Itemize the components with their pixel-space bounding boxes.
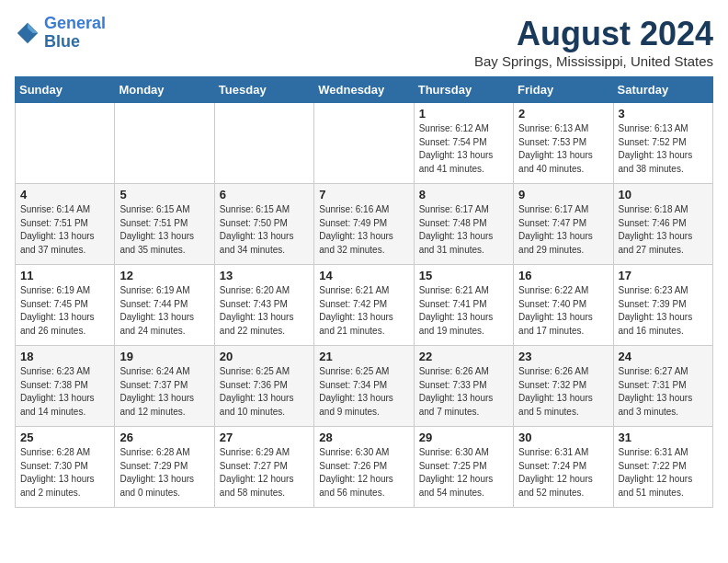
- day-info: Sunrise: 6:31 AMSunset: 7:24 PMDaylight:…: [518, 446, 608, 500]
- day-number: 10: [619, 188, 708, 201]
- calendar-cell: 26Sunrise: 6:28 AMSunset: 7:29 PMDayligh…: [115, 427, 214, 508]
- calendar-cell: 30Sunrise: 6:31 AMSunset: 7:24 PMDayligh…: [514, 427, 613, 508]
- day-info: Sunrise: 6:14 AMSunset: 7:51 PMDaylight:…: [20, 203, 109, 257]
- calendar-week-4: 18Sunrise: 6:23 AMSunset: 7:38 PMDayligh…: [16, 346, 713, 427]
- header-friday: Friday: [514, 77, 613, 103]
- day-number: 17: [619, 269, 708, 282]
- day-number: 27: [220, 431, 309, 444]
- calendar-cell: 8Sunrise: 6:17 AMSunset: 7:48 PMDaylight…: [414, 184, 513, 265]
- calendar-week-1: 1Sunrise: 6:12 AMSunset: 7:54 PMDaylight…: [16, 103, 713, 184]
- day-number: 6: [220, 188, 309, 201]
- calendar-cell: 7Sunrise: 6:16 AMSunset: 7:49 PMDaylight…: [314, 184, 414, 265]
- header-tuesday: Tuesday: [214, 77, 313, 103]
- calendar-cell: 6Sunrise: 6:15 AMSunset: 7:50 PMDaylight…: [214, 184, 313, 265]
- day-number: 8: [419, 188, 508, 201]
- day-info: Sunrise: 6:13 AMSunset: 7:52 PMDaylight:…: [619, 122, 708, 176]
- day-info: Sunrise: 6:15 AMSunset: 7:50 PMDaylight:…: [220, 203, 309, 257]
- calendar-table: SundayMondayTuesdayWednesdayThursdayFrid…: [15, 76, 713, 508]
- month-title: August 2024: [474, 15, 713, 53]
- calendar-week-5: 25Sunrise: 6:28 AMSunset: 7:30 PMDayligh…: [16, 427, 713, 508]
- calendar-cell: 19Sunrise: 6:24 AMSunset: 7:37 PMDayligh…: [115, 346, 214, 427]
- calendar-cell: 24Sunrise: 6:27 AMSunset: 7:31 PMDayligh…: [613, 346, 712, 427]
- day-info: Sunrise: 6:24 AMSunset: 7:37 PMDaylight:…: [119, 365, 209, 419]
- calendar-cell: [16, 103, 115, 184]
- calendar-cell: 10Sunrise: 6:18 AMSunset: 7:46 PMDayligh…: [613, 184, 712, 265]
- calendar-cell: 21Sunrise: 6:25 AMSunset: 7:34 PMDayligh…: [314, 346, 414, 427]
- day-number: 3: [619, 107, 708, 121]
- day-number: 5: [119, 188, 209, 201]
- day-number: 9: [518, 188, 608, 201]
- header-sunday: Sunday: [16, 77, 115, 103]
- calendar-cell: 13Sunrise: 6:20 AMSunset: 7:43 PMDayligh…: [214, 265, 313, 346]
- header-thursday: Thursday: [414, 77, 513, 103]
- day-info: Sunrise: 6:30 AMSunset: 7:25 PMDaylight:…: [419, 446, 508, 500]
- calendar-cell: 2Sunrise: 6:13 AMSunset: 7:53 PMDaylight…: [514, 103, 613, 184]
- calendar-cell: 11Sunrise: 6:19 AMSunset: 7:45 PMDayligh…: [16, 265, 115, 346]
- day-info: Sunrise: 6:28 AMSunset: 7:29 PMDaylight:…: [119, 446, 209, 500]
- calendar-cell: 18Sunrise: 6:23 AMSunset: 7:38 PMDayligh…: [16, 346, 115, 427]
- day-number: 4: [20, 188, 109, 201]
- day-info: Sunrise: 6:21 AMSunset: 7:42 PMDaylight:…: [319, 284, 408, 338]
- day-info: Sunrise: 6:25 AMSunset: 7:36 PMDaylight:…: [220, 365, 309, 419]
- day-number: 13: [220, 269, 309, 282]
- day-number: 29: [419, 431, 508, 444]
- calendar-cell: 23Sunrise: 6:26 AMSunset: 7:32 PMDayligh…: [514, 346, 613, 427]
- day-info: Sunrise: 6:19 AMSunset: 7:44 PMDaylight:…: [119, 284, 209, 338]
- day-number: 15: [419, 269, 508, 282]
- day-info: Sunrise: 6:29 AMSunset: 7:27 PMDaylight:…: [220, 446, 309, 500]
- day-number: 23: [518, 350, 608, 363]
- day-number: 31: [619, 431, 708, 444]
- logo: GeneralBlue: [15, 15, 106, 52]
- day-info: Sunrise: 6:23 AMSunset: 7:38 PMDaylight:…: [20, 365, 109, 419]
- day-info: Sunrise: 6:27 AMSunset: 7:31 PMDaylight:…: [619, 365, 708, 419]
- day-number: 30: [518, 431, 608, 444]
- day-number: 26: [119, 431, 209, 444]
- day-info: Sunrise: 6:12 AMSunset: 7:54 PMDaylight:…: [419, 122, 508, 176]
- header-monday: Monday: [115, 77, 214, 103]
- calendar-cell: 12Sunrise: 6:19 AMSunset: 7:44 PMDayligh…: [115, 265, 214, 346]
- day-number: 19: [119, 350, 209, 363]
- calendar-cell: 14Sunrise: 6:21 AMSunset: 7:42 PMDayligh…: [314, 265, 414, 346]
- calendar-cell: 4Sunrise: 6:14 AMSunset: 7:51 PMDaylight…: [16, 184, 115, 265]
- calendar-cell: [214, 103, 313, 184]
- calendar-cell: 20Sunrise: 6:25 AMSunset: 7:36 PMDayligh…: [214, 346, 313, 427]
- day-info: Sunrise: 6:26 AMSunset: 7:33 PMDaylight:…: [419, 365, 508, 419]
- day-info: Sunrise: 6:22 AMSunset: 7:40 PMDaylight:…: [518, 284, 608, 338]
- day-number: 18: [20, 350, 109, 363]
- calendar-cell: [314, 103, 414, 184]
- calendar-cell: 5Sunrise: 6:15 AMSunset: 7:51 PMDaylight…: [115, 184, 214, 265]
- day-number: 11: [20, 269, 109, 282]
- day-info: Sunrise: 6:13 AMSunset: 7:53 PMDaylight:…: [518, 122, 608, 176]
- day-info: Sunrise: 6:20 AMSunset: 7:43 PMDaylight:…: [220, 284, 309, 338]
- calendar-week-2: 4Sunrise: 6:14 AMSunset: 7:51 PMDaylight…: [16, 184, 713, 265]
- calendar-cell: 28Sunrise: 6:30 AMSunset: 7:26 PMDayligh…: [314, 427, 414, 508]
- calendar-cell: 22Sunrise: 6:26 AMSunset: 7:33 PMDayligh…: [414, 346, 513, 427]
- calendar-cell: 27Sunrise: 6:29 AMSunset: 7:27 PMDayligh…: [214, 427, 313, 508]
- day-number: 28: [319, 431, 408, 444]
- day-number: 24: [619, 350, 708, 363]
- calendar-cell: 17Sunrise: 6:23 AMSunset: 7:39 PMDayligh…: [613, 265, 712, 346]
- header-wednesday: Wednesday: [314, 77, 414, 103]
- page-header: GeneralBlue August 2024 Bay Springs, Mis…: [15, 15, 713, 69]
- calendar-cell: 16Sunrise: 6:22 AMSunset: 7:40 PMDayligh…: [514, 265, 613, 346]
- calendar-cell: 15Sunrise: 6:21 AMSunset: 7:41 PMDayligh…: [414, 265, 513, 346]
- day-number: 2: [518, 107, 608, 121]
- day-info: Sunrise: 6:31 AMSunset: 7:22 PMDaylight:…: [619, 446, 708, 500]
- calendar-cell: [115, 103, 214, 184]
- day-info: Sunrise: 6:25 AMSunset: 7:34 PMDaylight:…: [319, 365, 408, 419]
- day-number: 25: [20, 431, 109, 444]
- day-info: Sunrise: 6:21 AMSunset: 7:41 PMDaylight:…: [419, 284, 508, 338]
- calendar-cell: 25Sunrise: 6:28 AMSunset: 7:30 PMDayligh…: [16, 427, 115, 508]
- day-info: Sunrise: 6:18 AMSunset: 7:46 PMDaylight:…: [619, 203, 708, 257]
- day-number: 16: [518, 269, 608, 282]
- day-info: Sunrise: 6:16 AMSunset: 7:49 PMDaylight:…: [319, 203, 408, 257]
- day-info: Sunrise: 6:30 AMSunset: 7:26 PMDaylight:…: [319, 446, 408, 500]
- day-info: Sunrise: 6:15 AMSunset: 7:51 PMDaylight:…: [119, 203, 209, 257]
- logo-icon: [15, 20, 40, 46]
- day-info: Sunrise: 6:19 AMSunset: 7:45 PMDaylight:…: [20, 284, 109, 338]
- day-info: Sunrise: 6:26 AMSunset: 7:32 PMDaylight:…: [518, 365, 608, 419]
- day-number: 22: [419, 350, 508, 363]
- location: Bay Springs, Mississippi, United States: [474, 53, 713, 69]
- day-number: 21: [319, 350, 408, 363]
- calendar-header-row: SundayMondayTuesdayWednesdayThursdayFrid…: [16, 77, 713, 103]
